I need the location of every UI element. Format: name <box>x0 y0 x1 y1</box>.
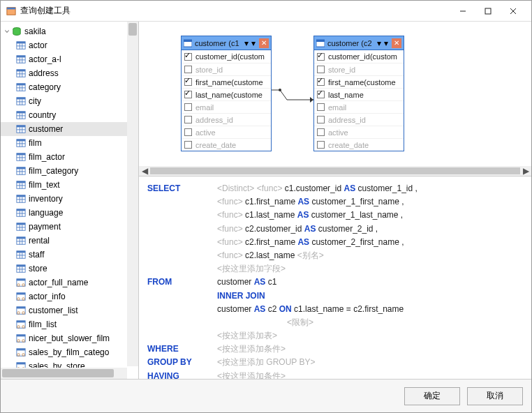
dropdown-icon[interactable]: ▾ <box>243 38 250 48</box>
kw-from[interactable]: FROM <box>147 276 217 289</box>
table-header[interactable]: customer (c2▾▾✕ <box>314 36 404 50</box>
field-row[interactable]: customer_id(custom <box>314 50 404 63</box>
sidebar-hscrollbar[interactable] <box>1 368 127 379</box>
tree-item-label: actor_full_name <box>29 278 88 287</box>
field-checkbox[interactable] <box>184 141 192 149</box>
field-row[interactable]: email <box>182 100 271 113</box>
svg-rect-109 <box>17 335 25 337</box>
field-checkbox[interactable] <box>184 91 192 98</box>
field-row[interactable]: active <box>314 126 404 138</box>
table-icon <box>16 208 26 218</box>
tree-item[interactable]: film_text <box>1 178 138 192</box>
svg-rect-97 <box>17 293 25 295</box>
tree-item[interactable]: store <box>1 262 138 276</box>
add-field-hint[interactable]: <按这里添加字段> <box>217 264 286 273</box>
tree-item-label: nicer_but_slower_film <box>29 333 110 343</box>
field-checkbox[interactable] <box>184 128 192 136</box>
tree-item[interactable]: inventory <box>1 192 138 206</box>
tree-item[interactable]: address <box>1 66 138 80</box>
sql-builder[interactable]: SELECT<Distinct> <func> c1.customer_id A… <box>139 177 531 379</box>
distinct-hint[interactable]: <Distinct> <box>217 183 254 193</box>
scroll-right-icon[interactable]: ▶ <box>520 166 531 176</box>
chevron-down-icon[interactable] <box>3 28 10 35</box>
limit-hint[interactable]: <限制> <box>287 317 313 327</box>
field-row[interactable]: email <box>314 100 404 113</box>
tree-db-node[interactable]: sakila <box>1 24 138 38</box>
field-row[interactable]: create_date <box>314 138 404 151</box>
maximize-button[interactable] <box>475 3 501 20</box>
field-checkbox[interactable] <box>184 53 192 61</box>
tree-item[interactable]: customer_list <box>1 303 138 317</box>
dropdown-icon[interactable]: ▾ <box>250 38 257 48</box>
svg-rect-68 <box>17 209 25 211</box>
tree-item-label: category <box>29 82 61 92</box>
tree-item[interactable]: nicer_but_slower_film <box>1 331 138 345</box>
field-row[interactable]: store_id <box>314 63 404 75</box>
table-icon <box>316 39 325 47</box>
field-checkbox[interactable] <box>184 116 192 123</box>
field-row[interactable]: address_id <box>314 113 404 126</box>
field-row[interactable]: first_name(custome <box>182 75 271 88</box>
close-button[interactable] <box>501 3 526 20</box>
tree-item[interactable]: sales_by_film_catego <box>1 345 138 359</box>
tree-item[interactable]: staff <box>1 248 138 262</box>
field-checkbox[interactable] <box>184 66 192 73</box>
field-checkbox[interactable] <box>317 78 325 86</box>
kw-innerjoin[interactable]: INNER JOIN <box>217 291 265 301</box>
field-checkbox[interactable] <box>317 66 325 73</box>
scroll-left-icon[interactable]: ◀ <box>139 166 150 176</box>
field-checkbox[interactable] <box>184 78 192 86</box>
tree-item[interactable]: actor_full_name <box>1 276 138 290</box>
close-icon[interactable]: ✕ <box>259 38 269 48</box>
tree-item[interactable]: rental <box>1 234 138 248</box>
table-box[interactable]: customer (c2▾▾✕customer_id(customstore_i… <box>313 36 404 151</box>
tree-item[interactable]: city <box>1 94 138 108</box>
field-row[interactable]: active <box>182 126 271 138</box>
field-row[interactable]: last_name(custome <box>182 88 271 100</box>
cancel-button[interactable]: 取消 <box>467 387 523 405</box>
diagram-hscrollbar[interactable]: ◀ ▶ <box>139 166 531 176</box>
tree-item[interactable]: actor_a-l <box>1 52 138 66</box>
tree-item[interactable]: customer <box>1 122 138 136</box>
ok-button[interactable]: 确定 <box>404 387 460 405</box>
field-checkbox[interactable] <box>317 141 325 149</box>
field-checkbox[interactable] <box>317 53 325 61</box>
close-icon[interactable]: ✕ <box>392 38 401 48</box>
field-checkbox[interactable] <box>317 91 325 98</box>
tree-item[interactable]: payment <box>1 220 138 234</box>
kw-having[interactable]: HAVING <box>147 370 217 379</box>
diagram-canvas[interactable]: customer (c1▾▾✕customer_id(customstore_i… <box>139 22 531 177</box>
tree-item[interactable]: language <box>1 206 138 220</box>
kw-where[interactable]: WHERE <box>147 343 217 356</box>
tree-item[interactable]: actor_info <box>1 290 138 303</box>
tree-item[interactable]: film_actor <box>1 150 138 164</box>
table-header[interactable]: customer (c1▾▾✕ <box>182 36 271 50</box>
field-checkbox[interactable] <box>317 116 325 123</box>
field-row[interactable]: store_id <box>182 63 271 75</box>
app-icon <box>6 6 16 16</box>
tree-item[interactable]: film_category <box>1 164 138 178</box>
field-checkbox[interactable] <box>184 103 192 111</box>
table-title: customer (c2 <box>327 39 376 47</box>
tree-item[interactable]: country <box>1 108 138 122</box>
sidebar-vscrollbar[interactable] <box>127 22 138 366</box>
dropdown-icon[interactable]: ▾ <box>376 38 383 48</box>
svg-rect-8 <box>17 42 25 44</box>
kw-select[interactable]: SELECT <box>147 182 217 195</box>
field-row[interactable]: customer_id(custom <box>182 50 271 63</box>
field-checkbox[interactable] <box>317 103 325 111</box>
table-box[interactable]: customer (c1▾▾✕customer_id(customstore_i… <box>181 36 272 151</box>
tree-item[interactable]: film <box>1 136 138 150</box>
field-row[interactable]: create_date <box>182 138 271 151</box>
field-row[interactable]: address_id <box>182 113 271 126</box>
tree-item[interactable]: category <box>1 80 138 94</box>
kw-groupby[interactable]: GROUP BY <box>147 356 217 369</box>
tree-item[interactable]: actor <box>1 38 138 52</box>
dropdown-icon[interactable]: ▾ <box>383 38 390 48</box>
field-row[interactable]: last_name <box>314 88 404 100</box>
tree-item[interactable]: film_list <box>1 317 138 331</box>
minimize-button[interactable] <box>450 3 475 20</box>
field-row[interactable]: first_name(custome <box>314 75 404 88</box>
add-table-hint[interactable]: <按这里添加表> <box>217 331 277 340</box>
field-checkbox[interactable] <box>317 128 325 136</box>
